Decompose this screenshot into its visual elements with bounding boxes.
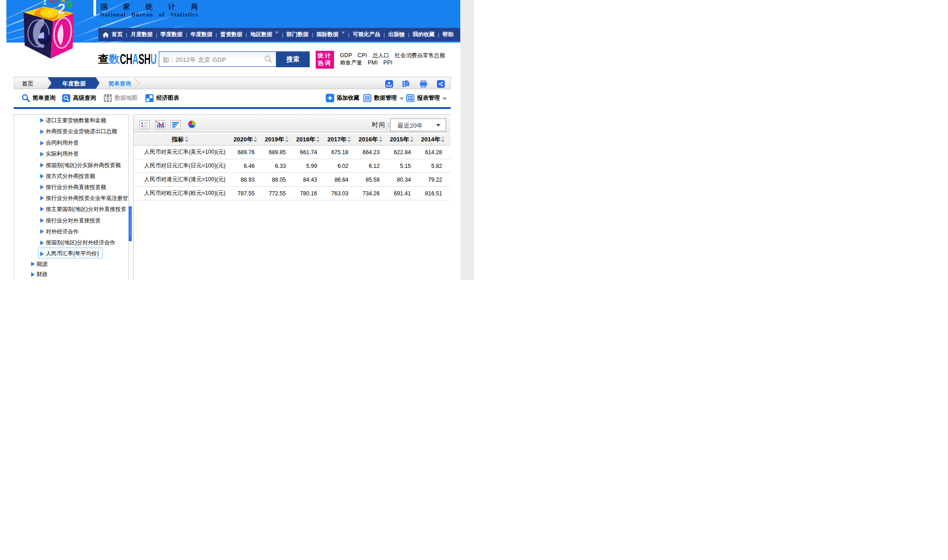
svg-text:6: 6: [67, 0, 72, 10]
svg-text:2: 2: [58, 1, 65, 16]
svg-text:1: 1: [43, 0, 47, 6]
